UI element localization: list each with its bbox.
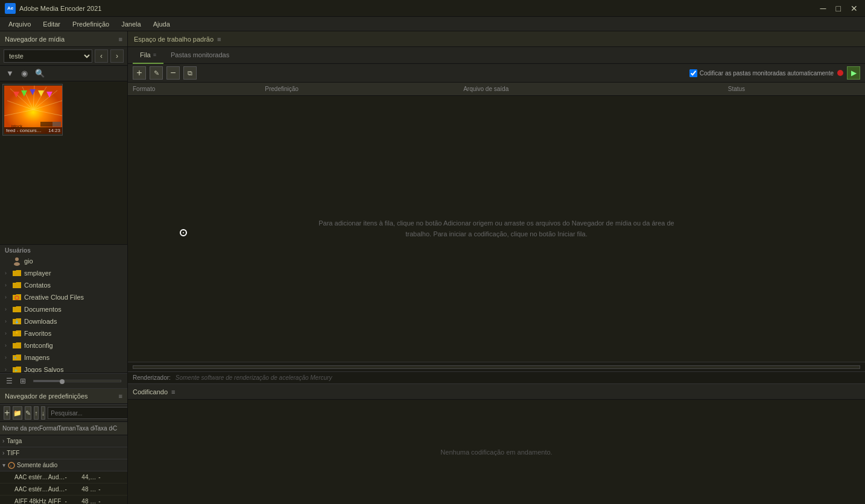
- preset-rate2: -: [98, 474, 115, 480]
- col-formato: Formato: [133, 86, 265, 92]
- queue-empty-state: Para adicionar itens à fila, clique no b…: [128, 96, 865, 362]
- start-queue-button[interactable]: ▶: [847, 66, 860, 80]
- tab-menu-icon[interactable]: ≡: [153, 52, 156, 58]
- preset-add-button[interactable]: +: [4, 406, 10, 420]
- nav-forward-button[interactable]: ›: [110, 49, 124, 63]
- list-view-button[interactable]: ☰: [4, 376, 15, 386]
- group-label: TIFF: [7, 450, 19, 456]
- preset-group-tiff[interactable]: › TIFF: [0, 447, 127, 459]
- workspace-menu-icon[interactable]: ≡: [217, 36, 221, 43]
- tree-item-contatos[interactable]: › Contatos: [0, 279, 127, 291]
- view-mode-row: ☰ ⊞: [0, 373, 127, 388]
- navigator-toolbar: ▼ ◉ 🔍: [0, 66, 127, 81]
- tree-arrow: ›: [5, 367, 12, 373]
- menubar: Arquivo Editar Predefinição Janela Ajuda: [0, 17, 865, 31]
- menu-editar[interactable]: Editar: [37, 17, 66, 31]
- file-duration: 14:23: [48, 128, 60, 133]
- svg-text:♪: ♪: [10, 464, 12, 468]
- filter-button[interactable]: ▼: [4, 68, 16, 79]
- folder-game-icon: ▶: [12, 365, 22, 373]
- preset-row[interactable]: AIFF 48kHz AIFF - 48 kHz -: [0, 496, 127, 504]
- window-controls: ─ □ ✕: [818, 4, 860, 13]
- user-icon: [12, 256, 22, 266]
- search-button[interactable]: 🔍: [33, 68, 47, 79]
- titlebar: Ae Adobe Media Encoder 2021 ─ □ ✕: [0, 0, 865, 17]
- tree-item-jogos[interactable]: › ▶ Jogos Salvos: [0, 364, 127, 373]
- tree-item-label: Imagens: [24, 354, 49, 361]
- tree-arrow: ›: [5, 270, 12, 276]
- menu-predefinicao[interactable]: Predefinição: [66, 17, 115, 31]
- tree-item-smplayer[interactable]: › smplayer: [0, 267, 127, 279]
- folder-cc-icon: [12, 292, 22, 302]
- queue-toolbar: + ✎ − ⧉ Codificar as pastas monitoradas …: [128, 64, 865, 83]
- view-button[interactable]: ◉: [19, 68, 30, 79]
- encoding-section: Codificando ≡ Nenhuma codificação em and…: [128, 383, 865, 504]
- tree-item-downloads[interactable]: › Downloads: [0, 315, 127, 327]
- nav-back-button[interactable]: ‹: [95, 49, 108, 63]
- encoding-menu-icon[interactable]: ≡: [171, 388, 175, 395]
- tab-fila[interactable]: Fila ≡: [133, 47, 163, 64]
- preset-edit-button[interactable]: ✎: [25, 406, 31, 420]
- preset-group-targa[interactable]: › Targa: [0, 435, 127, 447]
- preset-search-input[interactable]: [48, 407, 127, 419]
- preset-rate: 48 kHz: [81, 498, 98, 504]
- app-title: Adobe Media Encoder 2021: [19, 5, 101, 12]
- preset-row[interactable]: AAC estéreo, 48 kHz 256 kbps Áudio AAC -…: [0, 484, 127, 496]
- tree-item-label: Downloads: [24, 318, 57, 325]
- file-overlay: feed - concurso junino resul... 14:23: [4, 127, 62, 134]
- close-button[interactable]: ✕: [848, 4, 860, 13]
- tree-item-gio[interactable]: gio: [0, 255, 127, 267]
- grid-view-button[interactable]: ⊞: [17, 376, 28, 386]
- preset-import-button[interactable]: ↓: [41, 406, 46, 420]
- location-dropdown[interactable]: teste: [4, 49, 92, 63]
- preset-size: -: [65, 474, 82, 480]
- tree-item-label: Contatos: [24, 282, 51, 289]
- menu-arquivo[interactable]: Arquivo: [2, 17, 37, 31]
- col-name: Nome da predefinição ↑: [2, 425, 39, 432]
- preset-navigator-menu-icon[interactable]: ≡: [119, 392, 122, 400]
- queue-empty-text: Para adicionar itens à fila, clique no b…: [315, 218, 677, 239]
- preset-table-header: Nome da predefinição ↑ Formato Tamanho d…: [0, 422, 127, 435]
- tab-pastas-monitoradas[interactable]: Pastas monitoradas: [163, 47, 236, 64]
- audio-group-icon: ♪: [8, 462, 15, 469]
- remove-item-button[interactable]: −: [166, 66, 180, 80]
- file-browser: istock feed - concurso junino resul... 1…: [0, 81, 127, 244]
- col-output: Arquivo de saída: [463, 86, 728, 92]
- preset-size: -: [65, 486, 82, 493]
- renderer-row: Renderizador: Somente software de render…: [128, 371, 865, 383]
- preset-row[interactable]: AAC estéreo, 44,1 kHz 128 kbps Áudio AAC…: [0, 471, 127, 484]
- svg-rect-16: [40, 122, 52, 127]
- tabs-row: Fila ≡ Pastas monitoradas: [128, 47, 865, 64]
- menu-ajuda[interactable]: Ajuda: [147, 17, 176, 31]
- preset-group-audio[interactable]: ▾ ♪ Somente áudio: [0, 459, 127, 471]
- file-thumbnail-item[interactable]: istock feed - concurso junino resul... 1…: [2, 84, 63, 136]
- folder-icon: [12, 268, 22, 278]
- svg-point-18: [15, 257, 19, 261]
- media-navigator-menu-icon[interactable]: ≡: [119, 36, 122, 43]
- tree-item-documentos[interactable]: › Documentos: [0, 303, 127, 315]
- edit-export-button[interactable]: ✎: [150, 66, 163, 80]
- col-size: Tamanho d...: [58, 425, 77, 432]
- group-label: Somente áudio: [17, 462, 57, 468]
- menu-janela[interactable]: Janela: [115, 17, 147, 31]
- tree-item-fontconfig[interactable]: › fontconfig: [0, 339, 127, 351]
- minimize-button[interactable]: ─: [818, 4, 829, 13]
- preset-format: AIFF: [48, 498, 65, 504]
- auto-encode-checkbox[interactable]: [689, 69, 697, 77]
- main-layout: Navegador de mídia ≡ teste ‹ › ▼ ◉ 🔍: [0, 31, 865, 504]
- preset-export-button[interactable]: ↑: [34, 406, 39, 420]
- workspace-header: Espaço de trabalho padrão ≡: [128, 31, 865, 47]
- preset-name: AAC estéreo, 48 kHz 256 kbps: [14, 486, 48, 493]
- add-source-button[interactable]: +: [133, 66, 146, 80]
- tab-fila-label: Fila: [140, 51, 151, 58]
- tree-item-favoritos[interactable]: › Favoritos: [0, 327, 127, 339]
- users-section: Usuários gio › smplayer ›: [0, 245, 127, 373]
- duplicate-button[interactable]: ⧉: [183, 66, 197, 80]
- zoom-slider-thumb[interactable]: [60, 379, 65, 384]
- preset-folder-button[interactable]: 📁: [13, 406, 22, 420]
- maximize-button[interactable]: □: [834, 4, 843, 13]
- tree-item-imagens[interactable]: › Imagens: [0, 351, 127, 364]
- tree-item-creative-cloud[interactable]: › Creative Cloud Files: [0, 291, 127, 303]
- folder-icon: [12, 280, 22, 290]
- navigator-dropdown-row: teste ‹ ›: [0, 47, 127, 66]
